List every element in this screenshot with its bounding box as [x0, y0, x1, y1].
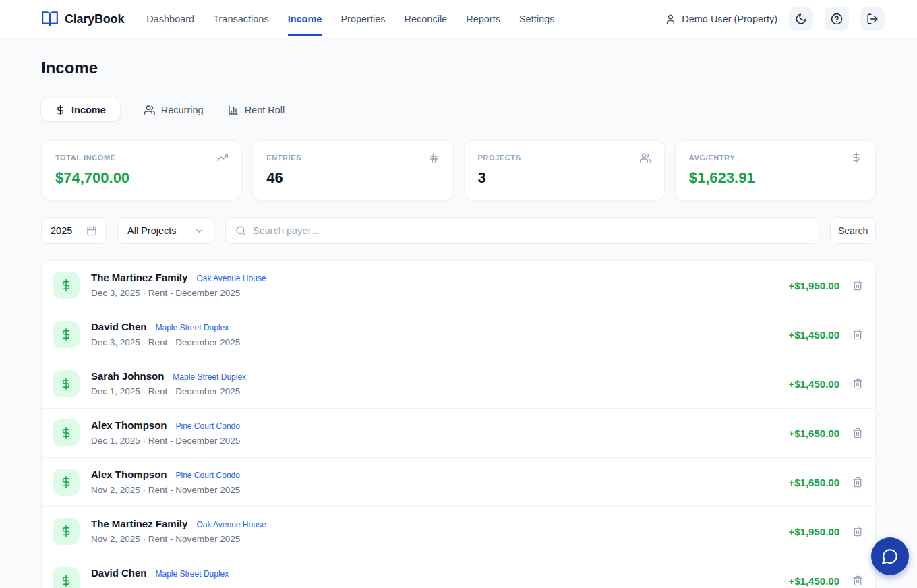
page-title: Income	[41, 59, 876, 78]
trash-icon	[852, 477, 863, 488]
help-button[interactable]	[825, 7, 849, 31]
dollar-icon	[53, 469, 80, 496]
nav-item-dashboard[interactable]: Dashboard	[146, 2, 194, 36]
entry-amount: +$1,950.00	[789, 280, 840, 291]
nav-item-reconcile[interactable]: Reconcile	[405, 2, 448, 36]
brand-name: ClaryBook	[65, 12, 124, 26]
entry-amount: +$1,450.00	[789, 378, 840, 390]
income-entry-row: The Martinez Family Oak Avenue House Nov…	[42, 506, 875, 556]
nav-item-income[interactable]: Income	[288, 2, 322, 36]
trash-icon	[852, 280, 863, 291]
stat-label: TOTAL INCOME	[55, 154, 116, 162]
chat-fab-button[interactable]	[871, 537, 909, 575]
entry-property-link[interactable]: Maple Street Duplex	[173, 372, 246, 382]
dollar-icon	[53, 419, 80, 446]
stat-value-avg-entry: $1,623.91	[689, 169, 862, 187]
entry-detail	[91, 583, 789, 588]
income-entry-row: The Martinez Family Oak Avenue House Dec…	[42, 261, 875, 310]
logout-icon	[866, 13, 879, 25]
project-select-value: All Projects	[127, 225, 177, 236]
user-icon	[665, 13, 676, 25]
entry-property-link[interactable]: Maple Street Duplex	[156, 569, 229, 579]
stat-card-total-income: TOTAL INCOME $74,700.00	[41, 140, 242, 200]
dollar-icon	[55, 105, 65, 115]
current-user: Demo User (Property)	[665, 13, 777, 25]
stat-label: PROJECTS	[478, 154, 521, 162]
tab-income-label: Income	[71, 105, 106, 115]
nav-item-properties[interactable]: Properties	[341, 2, 385, 36]
tab-rent-roll-label: Rent Roll	[245, 105, 285, 115]
delete-entry-button[interactable]	[851, 475, 864, 489]
tab-rent-roll[interactable]: Rent Roll	[228, 98, 285, 121]
delete-entry-button[interactable]	[851, 574, 864, 587]
income-entry-row: David Chen Maple Street Duplex +$1,450.0…	[42, 556, 875, 588]
trending-up-icon	[217, 152, 228, 163]
entry-amount: +$1,450.00	[789, 329, 840, 341]
income-page: Income Income Recurring Rent Roll TOTAL …	[0, 38, 917, 588]
search-icon	[235, 225, 246, 236]
nav-item-reports[interactable]: Reports	[466, 2, 500, 36]
tab-recurring-label: Recurring	[161, 105, 204, 115]
entry-property-link[interactable]: Pine Court Condo	[176, 421, 240, 431]
payer-search[interactable]	[225, 217, 819, 244]
project-select[interactable]: All Projects	[117, 217, 214, 244]
entry-property-link[interactable]: Pine Court Condo	[176, 471, 240, 480]
entry-payer: David Chen	[91, 321, 147, 332]
entry-payer: David Chen	[91, 567, 147, 579]
help-circle-icon	[831, 13, 843, 25]
delete-entry-button[interactable]	[851, 377, 864, 390]
entry-detail: Dec 3, 2025 · Rent - December 2025	[91, 288, 789, 299]
brand-logo[interactable]: ClaryBook	[41, 10, 124, 28]
stat-label: AVG/ENTRY	[689, 154, 735, 162]
entry-detail: Dec 1, 2025 · Rent - December 2025	[91, 436, 789, 446]
trash-icon	[852, 575, 863, 586]
income-entry-row: Sarah Johnson Maple Street Duplex Dec 1,…	[42, 359, 875, 408]
entry-property-link[interactable]: Maple Street Duplex	[156, 323, 229, 332]
entry-amount: +$1,650.00	[789, 428, 840, 439]
entry-amount: +$1,650.00	[789, 477, 840, 488]
payer-search-input[interactable]	[253, 225, 809, 236]
chat-bubble-icon	[881, 548, 899, 565]
entry-payer: Sarah Johnson	[91, 370, 164, 382]
entry-property-link[interactable]: Oak Avenue House	[196, 274, 266, 283]
top-navbar: ClaryBook Dashboard Transactions Income …	[0, 0, 917, 38]
delete-entry-button[interactable]	[851, 328, 864, 341]
bar-chart-icon	[228, 105, 239, 115]
trash-icon	[852, 378, 863, 389]
entry-detail: Dec 3, 2025 · Rent - December 2025	[91, 337, 789, 348]
dollar-icon	[53, 518, 80, 545]
users-icon	[640, 152, 651, 163]
delete-entry-button[interactable]	[851, 525, 864, 538]
trash-icon	[852, 526, 863, 537]
stat-card-entries: ENTRIES 46	[252, 140, 453, 200]
delete-entry-button[interactable]	[851, 426, 864, 440]
book-open-icon	[41, 10, 59, 28]
stat-value-projects: 3	[478, 169, 651, 187]
income-entry-row: Alex Thompson Pine Court Condo Nov 2, 20…	[42, 457, 875, 506]
dollar-icon	[53, 567, 80, 588]
stat-cards: TOTAL INCOME $74,700.00 ENTRIES 46 PROJE…	[41, 140, 876, 200]
entry-payer: Alex Thompson	[91, 469, 167, 480]
year-picker[interactable]: 2025	[41, 217, 107, 244]
nav-item-transactions[interactable]: Transactions	[213, 2, 268, 36]
entry-property-link[interactable]: Oak Avenue House	[196, 520, 266, 529]
hash-icon	[429, 152, 440, 163]
year-value: 2025	[51, 225, 72, 236]
search-button[interactable]: Search	[830, 217, 876, 244]
dark-mode-button[interactable]	[789, 7, 813, 31]
main-nav: Dashboard Transactions Income Properties…	[146, 2, 554, 36]
dollar-icon	[53, 272, 80, 299]
nav-item-settings[interactable]: Settings	[519, 2, 554, 36]
stat-value-total-income: $74,700.00	[55, 169, 228, 187]
trash-icon	[852, 428, 863, 438]
tab-income[interactable]: Income	[41, 98, 120, 121]
stat-value-entries: 46	[266, 169, 439, 187]
income-entry-row: Alex Thompson Pine Court Condo Dec 1, 20…	[42, 408, 875, 457]
stat-card-projects: PROJECTS 3	[464, 140, 665, 200]
delete-entry-button[interactable]	[851, 278, 864, 292]
entry-amount: +$1,950.00	[789, 526, 840, 537]
tab-recurring[interactable]: Recurring	[144, 98, 204, 121]
logout-button[interactable]	[860, 7, 885, 31]
entry-detail: Nov 2, 2025 · Rent - November 2025	[91, 485, 789, 496]
entry-payer: The Martinez Family	[91, 518, 187, 529]
